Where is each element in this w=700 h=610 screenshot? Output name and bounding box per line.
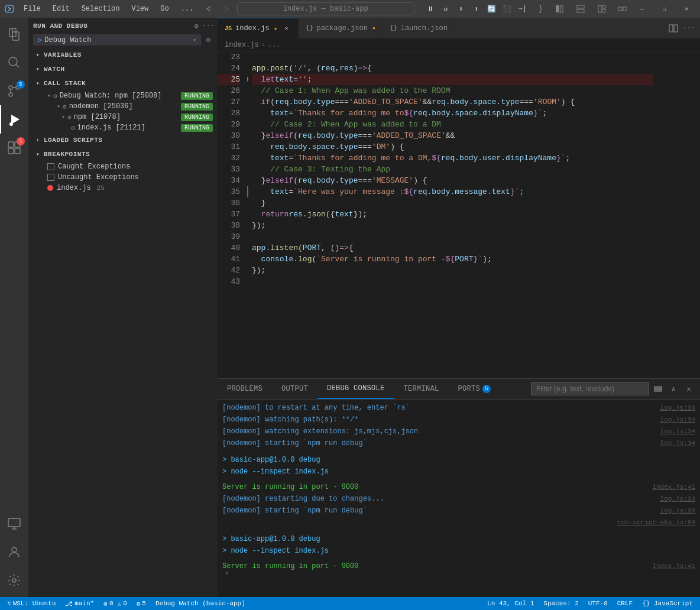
cs-chevron: ▾ [57, 103, 60, 110]
console-filter-input[interactable] [531, 382, 649, 395]
window-close[interactable]: ✕ [678, 0, 695, 18]
console-line: Server is running in port - 9000 index.j… [222, 560, 695, 572]
debug-config-dropdown[interactable]: ▷ Debug Watch ▾ [33, 34, 201, 46]
code-editor[interactable]: 23 24 25 26 27 28 29 30 31 32 33 34 35 3… [218, 51, 700, 378]
debug-step-into[interactable]: ⬆ [470, 2, 483, 15]
language-label: {} JavaScript [642, 600, 693, 607]
split-editor-btn[interactable] [667, 22, 680, 35]
console-source[interactable]: index.js:41 [652, 482, 695, 492]
menu-view[interactable]: View [127, 4, 153, 14]
activity-remote[interactable] [0, 510, 28, 538]
status-language[interactable]: {} JavaScript [640, 600, 695, 607]
call-stack-sub-item[interactable]: ▾ ⚙ nodemon [25036] RUNNING [28, 101, 218, 112]
branch-name: main* [74, 600, 94, 607]
console-source[interactable]: log.js:34 [660, 438, 695, 449]
layout-btn-3[interactable] [592, 2, 611, 15]
debug-config-settings[interactable]: ⚙ [203, 35, 213, 45]
breakpoints-header[interactable]: ▾ BREAKPOINTS [28, 147, 218, 161]
menu-go[interactable]: Go [155, 4, 173, 14]
watch-section-header[interactable]: ▾ WATCH [28, 62, 218, 76]
status-cursor[interactable]: Ln 43, Col 1 [485, 600, 536, 607]
console-source[interactable]: index.js:41 [652, 561, 695, 572]
menu-more[interactable]: ... [176, 4, 199, 14]
panel-tab-ports[interactable]: PORTS 5 [449, 379, 501, 399]
console-output[interactable]: [nodemon] to restart at any time, enter … [218, 400, 700, 597]
console-source[interactable]: log.js:34 [660, 426, 695, 437]
console-scroll-up[interactable]: ∧ [667, 382, 680, 395]
call-stack-sub-item[interactable]: ▾ ⚙ npm [21078] RUNNING [28, 112, 218, 122]
call-stack-section-header[interactable]: ▾ CALL STACK [28, 76, 218, 90]
status-errors[interactable]: ⊗ 0 ⚠ 0 [101, 600, 129, 608]
console-source[interactable]: log.js:34 [660, 505, 695, 516]
console-group-btn[interactable] [652, 382, 665, 395]
uncaught-exceptions-item[interactable]: Uncaught Exceptions [28, 172, 218, 183]
cs-sub-name: nodemon [25036] [69, 102, 133, 111]
debug-settings-btn[interactable]: ⚙ [192, 21, 201, 31]
panel-tab-output[interactable]: OUTPUT [272, 379, 317, 399]
debug-continue[interactable]: 🔄 [485, 2, 498, 15]
debug-step-over[interactable]: ⬇ [455, 2, 468, 15]
panel-tab-problems[interactable]: PROBLEMS [218, 379, 272, 399]
status-spaces[interactable]: Spaces: 2 [541, 600, 581, 607]
status-debug-tasks[interactable]: ⚙ 5 [134, 600, 148, 608]
loaded-scripts-header[interactable]: › LOADED SCRIPTS [28, 133, 218, 147]
code-content[interactable]: app.post('/', (req, res) => { let text =… [247, 51, 653, 378]
layout-btn-2[interactable] [571, 2, 590, 15]
activity-explorer[interactable] [0, 20, 28, 48]
tab-package-json[interactable]: {} package.json ● [299, 18, 383, 38]
code-line [252, 276, 653, 287]
console-source[interactable]: log.js:34 [660, 414, 695, 425]
activity-extensions[interactable]: 1 [0, 134, 28, 162]
caught-exceptions-item[interactable]: Caught Exceptions [28, 161, 218, 172]
activity-settings[interactable] [0, 566, 28, 595]
code-line: // Case 1: When App was added to the ROO… [252, 85, 653, 96]
status-encoding[interactable]: UTF-8 [586, 600, 610, 607]
uncaught-exceptions-checkbox[interactable] [47, 174, 54, 181]
activity-search[interactable] [0, 48, 28, 77]
breakpoint-index-js[interactable]: index.js 25 [28, 183, 218, 193]
cs-npm-name: npm [21078] [74, 113, 121, 121]
panel-tab-terminal[interactable]: TERMINAL [394, 379, 449, 399]
status-wsl[interactable]: ⌥ WSL: Ubuntu [5, 600, 58, 608]
gear-icon: ⚙ [67, 113, 72, 121]
call-stack-sub-item[interactable]: ⚙ index.js [21121] RUNNING [28, 122, 218, 133]
panel-tab-debug-console[interactable]: DEBUG CONSOLE [317, 379, 394, 399]
status-eol[interactable]: CRLF [615, 600, 635, 607]
nav-back[interactable] [203, 4, 215, 14]
activity-accounts[interactable] [0, 538, 28, 566]
tab-index-js[interactable]: JS index.js ● ✕ [218, 18, 299, 38]
breadcrumb-file[interactable]: index.js [225, 41, 259, 49]
call-stack-item[interactable]: ▾ ⚙ Debug Watch: npm [25008] RUNNING [28, 90, 218, 101]
layout-btn-1[interactable] [550, 2, 569, 15]
window-minimize[interactable]: — [633, 0, 651, 18]
tab-close-index-js[interactable]: ✕ [281, 24, 291, 33]
status-debug-name[interactable]: Debug Watch (basic-app) [153, 600, 248, 607]
nav-forward[interactable] [220, 4, 232, 14]
caught-exceptions-checkbox[interactable] [47, 163, 54, 170]
more-tabs-btn[interactable]: ··· [682, 22, 695, 35]
line-numbers: 23 24 25 26 27 28 29 30 31 32 33 34 35 3… [218, 51, 247, 378]
debug-stop[interactable]: ⬛ [501, 2, 514, 15]
title-search[interactable]: index.js — basic-app [237, 2, 414, 15]
console-close-btn[interactable]: ✕ [682, 382, 695, 395]
console-source[interactable]: log.js:34 [660, 403, 695, 413]
layout-btn-4[interactable] [616, 2, 628, 15]
activity-source-control[interactable]: 5 [0, 77, 28, 105]
activity-run-debug[interactable] [0, 105, 28, 134]
debug-restart[interactable]: ↺ [439, 2, 452, 15]
debug-more-btn[interactable]: ··· [203, 21, 213, 31]
svg-rect-28 [654, 390, 662, 391]
menu-file[interactable]: File [19, 4, 46, 14]
window-maximize[interactable]: ☐ [656, 0, 673, 18]
debug-pause[interactable]: ⏸ [424, 2, 437, 15]
debug-hot-reload[interactable]: →| [516, 2, 529, 15]
breadcrumb-more[interactable]: ... [268, 41, 281, 49]
tab-launch-json[interactable]: {} launch.json [383, 18, 455, 38]
variables-section-header[interactable]: ▾ VARIABLES [28, 48, 218, 62]
console-source[interactable]: log.js:34 [660, 494, 695, 504]
code-line: } else if (req.body.type === 'ADDED_TO_S… [252, 130, 653, 141]
console-source[interactable]: run-script-pkg.js:64 [617, 517, 695, 528]
menu-edit[interactable]: Edit [48, 4, 74, 14]
status-branch[interactable]: ⎇ main* [63, 600, 96, 608]
menu-selection[interactable]: Selection [77, 4, 125, 14]
